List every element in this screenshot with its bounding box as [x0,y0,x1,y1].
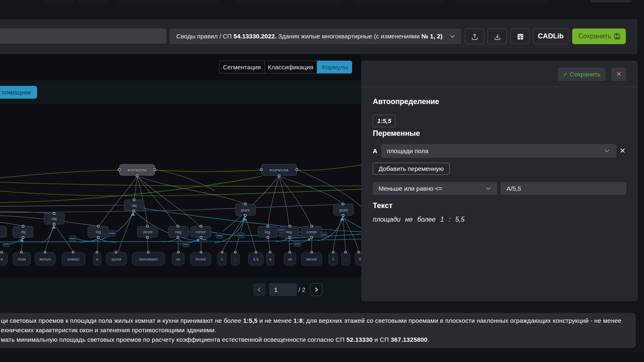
svg-text:obj: obj [132,203,137,208]
svg-text:1: 1 [221,257,223,261]
svg-text:quant: quant [241,208,250,212]
svg-text:ФОРМУЛА: ФОРМУЛА [128,168,147,172]
svg-text:кухни: кухни [111,257,121,261]
svg-text:и: и [96,257,98,261]
svg-text:neg: neg [175,230,181,234]
svg-text:log: log [265,230,270,234]
svg-text::: : [235,257,236,261]
svg-text:1: 1 [332,257,334,261]
svg-text:ФОРМУЛА: ФОРМУЛА [270,168,289,172]
svg-text:комнат: комнат [67,257,79,261]
svg-text:neg: neg [286,230,292,234]
svg-text:менее: менее [306,257,317,261]
svg-text:compr: compr [306,230,317,234]
svg-text:deont: deont [143,230,153,234]
svg-text:log: log [96,230,101,234]
svg-text:пола: пола [18,257,26,261]
svg-text:и: и [0,257,2,261]
svg-text:5,5: 5,5 [253,257,259,261]
svg-text:compr: compr [195,230,206,234]
svg-text:не: не [176,257,180,261]
svg-text:более: более [195,257,206,261]
svg-text:принимают: принимают [139,257,158,261]
svg-text:obj: obj [52,217,57,221]
svg-text:жилых: жилых [40,257,51,261]
svg-text::: : [345,257,346,261]
svg-text:8: 8 [359,257,361,261]
svg-text:не: не [288,257,292,261]
svg-text:obj: obj [21,230,26,234]
svg-text:quant: quant [339,208,348,212]
svg-text:и: и [269,257,271,261]
